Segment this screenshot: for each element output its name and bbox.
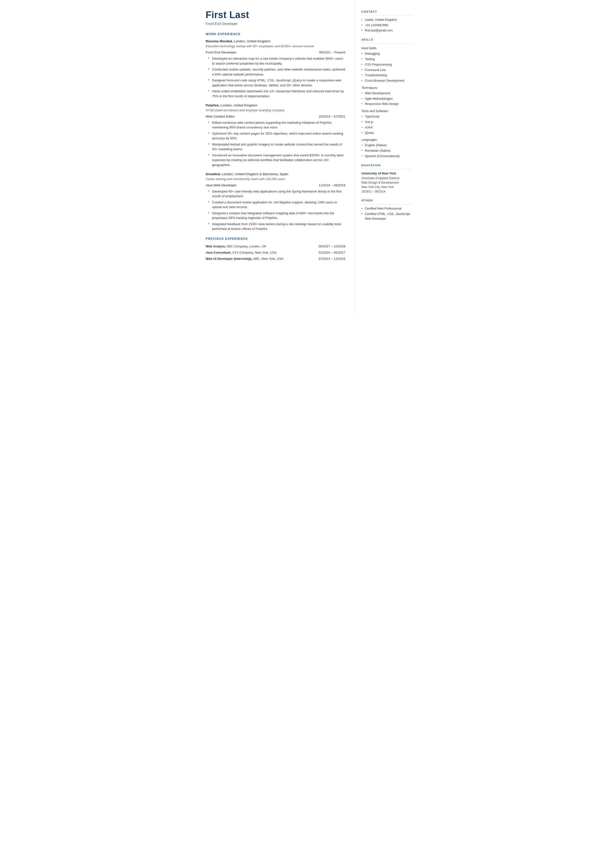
job-block-2: Polyhire, London, United Kingdom NYSE-li… (206, 103, 346, 167)
languages-list: English (Native) Romanian (Native) Spani… (361, 143, 412, 158)
prev-exp-title-3: Web UI Developer (Internship), ABC, New … (206, 256, 296, 262)
employer-bold-1: Resume Worded, (206, 39, 233, 43)
job-block-1: Resume Worded, London, United Kingdom Ed… (206, 39, 346, 98)
bullet-3-3: Designed a solution that integrated soft… (208, 211, 346, 220)
contact-item-1: Leeds, United Kingdom (361, 17, 412, 22)
job-title-2: Web Content Editor (206, 114, 235, 119)
prev-exp-dates-2: 01/2016 – 05/2017 (296, 250, 346, 256)
tool-1: TypeScript (361, 114, 412, 119)
edu-location-1: New York City, New York (361, 185, 412, 189)
edu-school-1: University of New York (361, 171, 412, 176)
edu-dates-1: 10/2011 - 06/2014 (361, 189, 412, 194)
prev-exp-rest-1: ABC Company, London, UK (225, 244, 266, 248)
prev-exp-title-2: Java Consultant, XYZ Company, New York, … (206, 250, 296, 256)
tools-label: Tools and Software: (361, 109, 412, 113)
other-list: Certified Web Professional Certified HTM… (361, 207, 412, 221)
prev-exp-row-3: Web UI Developer (Internship), ABC, New … (206, 256, 346, 262)
hard-skills-list: Debugging Testing CSS Preprocessing Comm… (361, 51, 412, 83)
employer-tagline-3: Career training and membership SaaS with… (206, 177, 346, 182)
other-heading: OTHER (361, 199, 412, 204)
bullet-2-1: Edited numerous web content pieces suppo… (208, 120, 346, 130)
language-1: English (Native) (361, 143, 412, 148)
hard-skill-1: Debugging (361, 51, 412, 56)
language-3: Spanish (Conversational) (361, 154, 412, 158)
hard-skills-label: Hard Skills: (361, 46, 412, 50)
hard-skill-2: Testing (361, 57, 412, 62)
job-title-1: Front End Developer (206, 50, 237, 55)
prev-exp-rest-3: ABC, New York, USA (253, 257, 284, 261)
technique-2: Agile Methodologies (361, 96, 412, 101)
job-dates-3: 11/2018 – 09/2019 (318, 183, 345, 188)
contact-list: Leeds, United Kingdom +44 1234567890 fir… (361, 17, 412, 33)
employer-tagline-1: Education technology startup with 50+ em… (206, 44, 346, 48)
employer-suffix-1: London, United Kingdom (233, 39, 271, 43)
bullet-3-4: Integrated feedback from 2100+ beta test… (208, 222, 346, 231)
edu-field-1: Web Design & Development (361, 180, 412, 185)
hard-skill-3: CSS Preprocessing (361, 62, 412, 67)
sidebar: CONTACT Leeds, United Kingdom +44 123456… (355, 0, 419, 314)
bullet-1-1: Developed an interactive map for a real … (208, 56, 346, 66)
contact-item-2: +44 1234567890 (361, 23, 412, 28)
bullet-2-3: Manipulated textual and graphic imagery … (208, 142, 346, 152)
work-experience-heading: WORK EXPERIENCE (206, 32, 346, 36)
job-bullets-1: Developed an interactive map for a real … (206, 56, 346, 98)
edu-degree-1: Associate of Applied Science (361, 176, 412, 180)
hard-skill-4: Command Line (361, 68, 412, 73)
tool-3: AJAX (361, 125, 412, 130)
education-heading: EDUCATION (361, 163, 412, 169)
techniques-list: Web Development Agile Methodologies Resp… (361, 91, 412, 106)
hard-skill-6: Cross-Browser Development (361, 78, 412, 83)
job-bullets-3: Developed 40+ user-friendly web applicat… (206, 189, 346, 231)
bullet-2-4: Introduced an innovative document manage… (208, 153, 346, 168)
header-block: First Last Front End Developer (206, 10, 346, 26)
prev-exp-dates-3: 07/2014 – 12/2015 (296, 256, 346, 262)
edu-block-1: University of New York Associate of Appl… (361, 171, 412, 194)
tools-list: TypeScript Vue.js AJAX jQuery (361, 114, 412, 135)
job-bullets-2: Edited numerous web content pieces suppo… (206, 120, 346, 168)
contact-item-3: first.last@gmail.com (361, 28, 412, 33)
contact-heading: CONTACT (361, 10, 412, 16)
prev-exp-rest-2: XYZ Company, New York, USA (231, 251, 277, 255)
technique-3: Responsive Web Design (361, 102, 412, 106)
prev-exp-bold-2: Java Consultant, (206, 251, 231, 255)
job-title-3: Java Web Developer (206, 183, 237, 188)
prev-exp-row-2: Java Consultant, XYZ Company, New York, … (206, 250, 346, 256)
tool-4: jQuery (361, 130, 412, 135)
other-item-2: Certified HTML, CSS, JavaScript Web Deve… (361, 212, 412, 221)
other-item-1: Certified Web Professional (361, 207, 412, 211)
employer-name-2: Polyhire, London, United Kingdom (206, 103, 346, 108)
main-column: First Last Front End Developer WORK EXPE… (196, 0, 355, 314)
job-row-1: Front End Developer 08/2021 – Present (206, 50, 346, 55)
job-row-3: Java Web Developer 11/2018 – 09/2019 (206, 183, 346, 188)
bullet-1-2: Conducted routine updates, security patc… (208, 67, 346, 77)
language-2: Romanian (Native) (361, 149, 412, 153)
employer-name-3: Growthsi, London, United Kingdom & Barce… (206, 172, 346, 177)
bullet-3-2: Created a document review application fo… (208, 200, 346, 210)
employer-suffix-3: London, United Kingdom & Barcelona, Spai… (221, 172, 288, 176)
prev-exp-dates-1: 06/2017 – 10/2018 (296, 244, 346, 250)
previous-experience-table: Web Analyst, ABC Company, London, UK 06/… (206, 244, 346, 262)
job-block-3: Growthsi, London, United Kingdom & Barce… (206, 172, 346, 231)
bullet-1-3: Designed front-end code using HTML, CSS,… (208, 78, 346, 88)
candidate-name: First Last (206, 10, 346, 20)
bullet-3-1: Developed 40+ user-friendly web applicat… (208, 189, 346, 199)
prev-exp-bold-3: Web UI Developer (Internship), (206, 257, 253, 261)
job-row-2: Web Content Editor 10/2019 – 07/2021 (206, 114, 346, 119)
employer-bold-3: Growthsi, (206, 172, 221, 176)
languages-label: Languages: (361, 138, 412, 142)
employer-suffix-2: London, United Kingdom (220, 103, 257, 107)
bullet-1-4: Hand-coded embedded stylesheets into 10+… (208, 89, 346, 98)
hard-skill-5: Troubleshooting (361, 73, 412, 78)
employer-tagline-2: NYSE-listed recruitment and employer bra… (206, 108, 346, 113)
skills-heading: SKILLS (361, 38, 412, 43)
bullet-2-2: Optimized 30+ key content pages for SEO … (208, 131, 346, 141)
resume-page: First Last Front End Developer WORK EXPE… (196, 0, 419, 314)
prev-exp-row-1: Web Analyst, ABC Company, London, UK 06/… (206, 244, 346, 250)
techniques-label: Techniques: (361, 85, 412, 90)
tool-2: Vue.js (361, 120, 412, 124)
previous-experience-heading: PREVIOUS EXPERIENCE (206, 237, 346, 241)
employer-bold-2: Polyhire, (206, 103, 220, 107)
job-dates-2: 10/2019 – 07/2021 (318, 114, 345, 119)
candidate-title: Front End Developer (206, 21, 346, 26)
technique-1: Web Development (361, 91, 412, 96)
